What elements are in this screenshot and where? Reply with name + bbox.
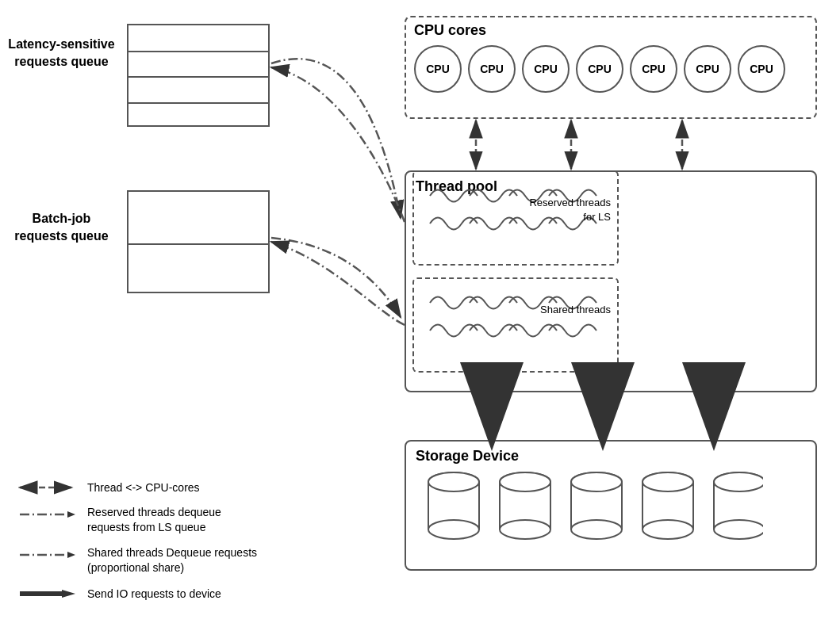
cylinders-svg xyxy=(422,470,763,557)
svg-marker-45 xyxy=(67,552,75,558)
svg-point-29 xyxy=(714,472,763,491)
svg-point-16 xyxy=(571,520,622,539)
legend-arrow-2 xyxy=(16,507,79,522)
svg-marker-43 xyxy=(67,511,75,518)
legend: Thread <-> CPU-cores Reserved threads de… xyxy=(16,480,397,611)
cylinders-row xyxy=(422,470,763,557)
diagram: CPU cores CPU CPU CPU CPU CPU CPU CPU Th… xyxy=(0,0,840,627)
legend-item-1: Thread <-> CPU-cores xyxy=(16,480,397,495)
svg-point-11 xyxy=(500,472,550,491)
storage-box: Storage Device xyxy=(405,440,817,571)
legend-arrow-1 xyxy=(16,480,79,495)
storage-label: Storage Device xyxy=(416,448,519,465)
cpu-0: CPU xyxy=(414,45,462,93)
svg-point-5 xyxy=(428,472,479,491)
svg-point-22 xyxy=(642,520,693,539)
shared-threads-box: Shared threads xyxy=(412,277,619,373)
cpu-1: CPU xyxy=(468,45,516,93)
cpu-row: CPU CPU CPU CPU CPU CPU CPU xyxy=(414,45,785,93)
legend-text-2: Reserved threads dequeuerequests from LS… xyxy=(87,505,221,536)
svg-point-10 xyxy=(500,520,550,539)
svg-point-17 xyxy=(571,472,622,491)
cpu-5: CPU xyxy=(684,45,731,93)
shared-threads-label: Shared threads xyxy=(540,303,611,317)
svg-point-23 xyxy=(642,472,693,491)
legend-item-3: Shared threads Dequeue requests(proporti… xyxy=(16,545,397,576)
legend-arrow-4 xyxy=(16,586,79,602)
ls-queue-box xyxy=(127,24,270,127)
cpu-cores-box: CPU cores CPU CPU CPU CPU CPU CPU CPU xyxy=(405,16,817,119)
legend-text-1: Thread <-> CPU-cores xyxy=(87,481,200,494)
legend-arrow-3 xyxy=(16,547,79,563)
svg-point-4 xyxy=(428,520,479,539)
reserved-threads-label: Reserved threadsfor LS xyxy=(529,196,611,224)
legend-item-2: Reserved threads dequeuerequests from LS… xyxy=(16,505,397,536)
ls-queue-label: Latency-sensitiverequests queue xyxy=(0,36,123,71)
shared-waves-svg xyxy=(414,279,620,374)
cpu-4: CPU xyxy=(630,45,677,93)
svg-point-28 xyxy=(714,520,763,539)
batch-queue-label: Batch-jobrequests queue xyxy=(0,210,123,246)
cpu-3: CPU xyxy=(576,45,623,93)
svg-marker-47 xyxy=(62,590,75,598)
cpu-cores-label: CPU cores xyxy=(414,22,486,39)
cpu-6: CPU xyxy=(738,45,785,93)
reserved-threads-box: Reserved threadsfor LS xyxy=(412,170,619,266)
cpu-2: CPU xyxy=(522,45,570,93)
legend-item-4: Send IO requests to device xyxy=(16,586,397,602)
legend-text-3: Shared threads Dequeue requests(proporti… xyxy=(87,545,257,576)
batch-queue-box xyxy=(127,190,270,293)
legend-text-4: Send IO requests to device xyxy=(87,587,221,600)
